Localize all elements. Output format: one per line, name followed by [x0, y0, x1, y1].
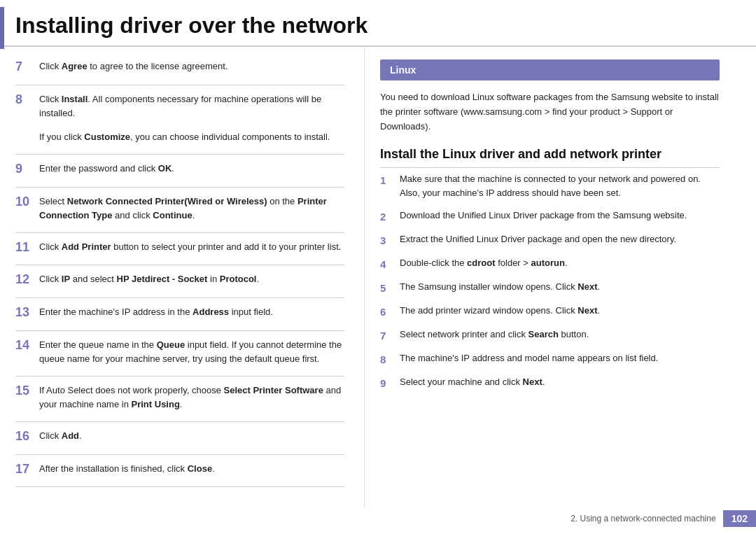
left-step-row: 7Click Agree to agree to the license agr…	[15, 59, 344, 75]
right-step-row: 4Double-click the cdroot folder > autoru…	[380, 256, 720, 272]
step-divider	[15, 421, 344, 422]
step-text: After the installation is finished, clic…	[39, 462, 344, 476]
step-text: Click IP and select HP Jetdirect - Socke…	[39, 272, 344, 286]
step-text: Click Agree to agree to the license agre…	[39, 59, 344, 73]
left-step-row: 8Click Install. All components necessary…	[15, 92, 344, 120]
step-divider	[15, 154, 344, 155]
step-text: Click Add Printer button to select your …	[39, 240, 344, 254]
left-step-row: 16Click Add.	[15, 429, 344, 444]
left-step-row: 17After the installation is finished, cl…	[15, 462, 344, 477]
linux-description: You need to download Linux software pack…	[380, 90, 720, 134]
right-step-number: 8	[380, 351, 400, 367]
right-step-text: The machine's IP address and model name …	[400, 351, 720, 365]
step-number: 8	[15, 92, 39, 108]
step-number: 12	[15, 272, 39, 288]
right-step-text: Make sure that the machine is connected …	[400, 172, 720, 200]
right-step-number: 3	[380, 232, 400, 248]
left-step-row: 13Enter the machine's IP address in the …	[15, 305, 344, 321]
left-step-row: 15If Auto Select does not work properly,…	[15, 384, 344, 412]
step-divider	[15, 232, 344, 233]
right-step-row: 9Select your machine and click Next.	[380, 375, 720, 391]
left-step-row: 12Click IP and select HP Jetdirect - Soc…	[15, 272, 344, 288]
step-text: If Auto Select does not work properly, c…	[39, 384, 344, 412]
page-footer: 2. Using a network-connected machine 102	[0, 510, 756, 527]
right-step-text: Select your machine and click Next.	[400, 375, 720, 389]
right-steps-container: 1Make sure that the machine is connected…	[380, 172, 720, 391]
linux-box-label: Linux	[380, 59, 720, 80]
right-step-row: 1Make sure that the machine is connected…	[380, 172, 720, 200]
step-number: 7	[15, 59, 39, 75]
step-indent-text: If you click Customize, you can choose i…	[39, 130, 344, 144]
step-number: 15	[15, 384, 39, 399]
right-step-row: 3Extract the Unified Linux Driver packag…	[380, 232, 720, 248]
step-divider	[15, 330, 344, 331]
step-number: 11	[15, 240, 39, 255]
right-step-text: Download the Unified Linux Driver packag…	[400, 209, 720, 223]
right-section-heading: Install the Linux driver and add network…	[380, 146, 720, 167]
step-divider	[15, 454, 344, 455]
step-divider	[15, 187, 344, 188]
step-text: Enter the machine's IP address in the Ad…	[39, 305, 344, 319]
left-step-row: 10Select Network Connected Printer(Wired…	[15, 195, 344, 223]
right-step-number: 4	[380, 256, 400, 272]
step-divider	[15, 376, 344, 377]
right-step-row: 5The Samsung installer window opens. Cli…	[380, 280, 720, 295]
right-step-text: Select network printer and click Search …	[400, 328, 720, 342]
right-step-row: 7Select network printer and click Search…	[380, 328, 720, 343]
right-step-number: 6	[380, 304, 400, 319]
step-text: Select Network Connected Printer(Wired o…	[39, 195, 344, 223]
step-divider	[15, 486, 344, 487]
step-divider	[15, 297, 344, 298]
page-number: 102	[723, 510, 756, 527]
right-step-number: 2	[380, 209, 400, 224]
step-text: Click Install. All components necessary …	[39, 92, 344, 120]
content-area: 7Click Agree to agree to the license agr…	[0, 47, 756, 508]
right-step-text: Extract the Unified Linux Driver package…	[400, 232, 720, 246]
top-accent-bar	[0, 7, 4, 49]
step-number: 10	[15, 195, 39, 210]
step-text: Enter the password and click OK.	[39, 162, 344, 176]
right-step-text: The Samsung installer window opens. Clic…	[400, 280, 720, 294]
left-step-row: 14Enter the queue name in the Queue inpu…	[15, 338, 344, 366]
page-container: Installing driver over the network 7Clic…	[0, 0, 756, 534]
step-divider	[15, 85, 344, 85]
footer-label: 2. Using a network-connected machine	[570, 514, 715, 524]
right-step-row: 6The add printer wizard window opens. Cl…	[380, 304, 720, 319]
step-divider	[15, 265, 344, 265]
right-step-text: Double-click the cdroot folder > autorun…	[400, 256, 720, 270]
right-step-row: 8The machine's IP address and model name…	[380, 351, 720, 367]
step-number: 17	[15, 462, 39, 477]
left-column: 7Click Agree to agree to the license agr…	[0, 47, 364, 508]
right-step-row: 2Download the Unified Linux Driver packa…	[380, 209, 720, 224]
right-step-number: 5	[380, 280, 400, 295]
right-step-number: 9	[380, 375, 400, 391]
step-number: 9	[15, 162, 39, 177]
right-step-text: The add printer wizard window opens. Cli…	[400, 304, 720, 318]
step-number: 14	[15, 338, 39, 353]
step-text: Enter the queue name in the Queue input …	[39, 338, 344, 366]
left-step-row: 9Enter the password and click OK.	[15, 162, 344, 177]
step-number: 13	[15, 305, 39, 321]
right-column: Linux You need to download Linux softwar…	[364, 47, 735, 508]
right-step-number: 7	[380, 328, 400, 343]
left-step-row: 11Click Add Printer button to select you…	[15, 240, 344, 255]
step-number: 16	[15, 429, 39, 444]
step-text: Click Add.	[39, 429, 344, 443]
left-steps-container: 7Click Agree to agree to the license agr…	[15, 59, 344, 487]
page-title: Installing driver over the network	[0, 0, 756, 47]
right-step-number: 1	[380, 172, 400, 188]
